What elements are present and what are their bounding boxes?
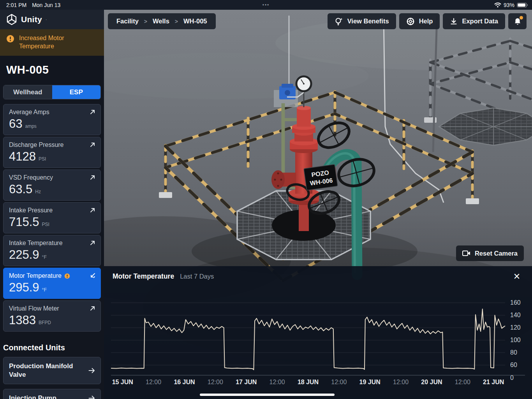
x-axis-tick: 12:00 [208, 379, 223, 385]
metric-value: 715.5 [9, 215, 39, 229]
metric-label: Intake Temperature [9, 240, 63, 247]
motor-temperature-chart-panel: Motor Temperature Last 7 Days ✕ 16014012… [104, 266, 532, 399]
expand-icon[interactable] [89, 109, 96, 115]
metric-label: Discharge Pressure [9, 141, 64, 148]
x-axis-tick: 12:00 [393, 379, 409, 385]
breadcrumb-wells[interactable]: Wells [153, 18, 169, 25]
metric-card-virtual-flow-meter[interactable]: Virtual Flow Meter 1383BFPD [3, 300, 101, 332]
y-axis-tick: 120 [510, 324, 521, 331]
x-axis-tick: 12:00 [146, 379, 161, 385]
metric-value: 4128 [9, 150, 36, 163]
metric-value: 295.9 [9, 281, 39, 294]
alert-banner[interactable]: Increased Motor Temperature [0, 29, 104, 56]
metric-unit: °F [42, 283, 47, 297]
metric-value: 1383 [9, 314, 36, 327]
metric-label: Virtual Flow Meter [9, 305, 59, 312]
y-axis-tick: 60 [510, 362, 517, 368]
top-action-buttons: View Benefits Help Export Data [328, 13, 527, 29]
x-axis-tick: 17 JUN [236, 379, 257, 385]
metric-label: VSD Frequency [9, 174, 53, 181]
unity-header: Unity · [0, 10, 104, 29]
app-root: { "status_bar": { "time": "2:01 PM", "da… [0, 0, 532, 399]
unit-label: Production Manifold Valve [9, 362, 83, 379]
tab-esp[interactable]: ESP [52, 85, 101, 99]
collapse-icon[interactable] [89, 272, 96, 279]
wellhead-esp-tabs: Wellhead ESP [3, 85, 101, 99]
x-axis-tick: 19 JUN [359, 379, 381, 385]
metric-unit: amps [25, 120, 36, 133]
reset-camera-label: Reset Camera [475, 250, 518, 257]
motor-temperature-series-line [111, 309, 505, 370]
metric-value: 63.5 [9, 183, 32, 196]
view-benefits-label: View Benefits [347, 18, 389, 25]
unit-card-production-manifold-valve[interactable]: Production Manifold Valve [3, 357, 101, 384]
reset-camera-button[interactable]: Reset Camera [456, 245, 524, 261]
metric-unit: Hz [35, 185, 41, 198]
gesture-handle-dots: ••• [0, 2, 532, 8]
y-axis-tick: 100 [510, 337, 521, 343]
breadcrumb[interactable]: Facility > Wells > WH-005 [108, 13, 216, 29]
sidebar: Unity · Increased Motor Temperature WH-0… [0, 10, 104, 399]
help-lifesaver-icon [406, 17, 415, 26]
breadcrumb-wh-005[interactable]: WH-005 [183, 18, 207, 25]
alert-text: Increased Motor Temperature [19, 34, 89, 50]
export-data-label: Export Data [462, 18, 498, 25]
expand-icon[interactable] [89, 240, 96, 246]
x-axis-tick: 21 JUN [483, 379, 504, 385]
metric-card-intake-temperature[interactable]: Intake Temperature 225.9°F [3, 235, 101, 266]
x-axis-tick: 20 JUN [421, 379, 442, 385]
metric-card-discharge-pressure[interactable]: Discharge Pressure 4128PSI [3, 137, 101, 168]
metric-unit: BFPD [39, 316, 51, 329]
x-axis-tick: 12:00 [455, 379, 470, 385]
metric-value: 225.9 [9, 248, 39, 261]
x-axis-tick: 16 JUN [174, 379, 195, 385]
y-axis-tick: 160 [510, 299, 521, 306]
notifications-button[interactable] [508, 13, 527, 29]
expand-icon[interactable] [89, 174, 96, 181]
well-sign: POZO WH-006 [304, 164, 338, 191]
view-benefits-button[interactable]: View Benefits [328, 13, 396, 29]
breadcrumb-facility[interactable]: Facility [116, 18, 139, 25]
connected-units-heading: Connected Units [3, 343, 101, 352]
metric-card-motor-temperature[interactable]: Motor Temperature 295.9°F [3, 268, 101, 299]
motor-temperature-chart[interactable]: 1601401201008060015 JUN12:0016 JUN12:001… [104, 266, 532, 399]
metric-label: Average Amps [9, 109, 49, 116]
download-icon [450, 18, 458, 25]
help-button[interactable]: Help [399, 13, 440, 29]
chart-scrollbar[interactable] [200, 394, 335, 396]
metric-unit: PSI [39, 152, 46, 166]
x-axis-tick: 12:00 [270, 379, 285, 385]
metric-card-vsd-frequency[interactable]: VSD Frequency 63.5Hz [3, 169, 101, 201]
breadcrumb-separator: > [144, 18, 147, 25]
expand-icon[interactable] [89, 141, 96, 148]
metric-label: Intake Pressure [9, 207, 53, 214]
y-axis-zero: 0 [510, 374, 514, 381]
metric-card-intake-pressure[interactable]: Intake Pressure 715.5PSI [3, 202, 101, 233]
expand-icon[interactable] [89, 207, 96, 214]
arrow-right-icon [88, 367, 96, 374]
metric-unit: °F [42, 251, 47, 264]
well-id-title: WH-005 [0, 56, 104, 85]
alert-circle-icon [6, 35, 14, 43]
y-axis-tick: 80 [510, 349, 517, 356]
unity-trademark: · [46, 18, 47, 22]
unit-card-injection-pump[interactable]: Injection Pump [3, 389, 101, 399]
metric-value: 63 [9, 117, 22, 131]
y-axis-tick: 140 [510, 312, 521, 318]
x-axis-tick: 12:00 [331, 379, 347, 385]
status-bar: 2:01 PM Mon Jun 13 ••• 93% [0, 0, 532, 10]
metric-card-average-amps[interactable]: Average Amps 63amps [3, 104, 101, 135]
expand-icon[interactable] [89, 305, 96, 312]
x-axis-tick: 18 JUN [298, 379, 319, 385]
viewport-3d[interactable]: POZO WH-006 Facility > Wells > WH-005 Vi… [104, 10, 532, 399]
metric-cards: Average Amps 63amps Discharge Pressure 4… [3, 104, 101, 332]
alert-circle-icon [64, 273, 70, 279]
video-camera-icon [462, 250, 471, 257]
notification-dot [520, 16, 523, 19]
lightbulb-sparkle-icon [335, 17, 343, 26]
unity-logo-icon [6, 14, 18, 25]
tab-wellhead[interactable]: Wellhead [4, 85, 52, 99]
arrow-right-icon [88, 395, 96, 399]
metric-unit: PSI [42, 218, 49, 231]
export-data-button[interactable]: Export Data [443, 13, 505, 29]
